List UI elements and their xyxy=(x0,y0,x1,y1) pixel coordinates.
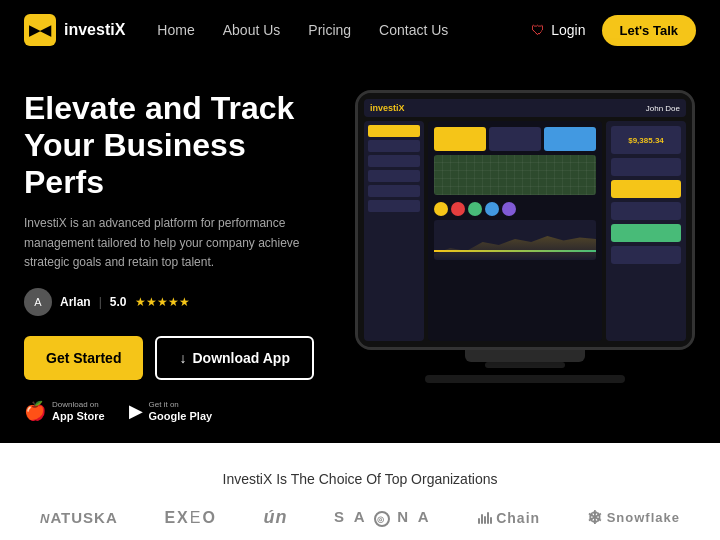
apple-icon: 🍎 xyxy=(24,400,46,422)
tablet-chart xyxy=(434,220,596,260)
nav-about[interactable]: About Us xyxy=(223,22,281,38)
nav-contact[interactable]: Contact Us xyxy=(379,22,448,38)
tablet-map xyxy=(434,155,596,195)
tablet-amount: $9,385.34 xyxy=(628,136,664,145)
rating-score: 5.0 xyxy=(110,295,127,309)
shield-icon: 🛡 xyxy=(531,22,545,38)
tablet-logo: investiX xyxy=(370,103,405,113)
logo-name: investiX xyxy=(64,21,125,39)
brand-exeo: EXEO xyxy=(164,509,216,527)
logo[interactable]: ▶◀ investiX xyxy=(24,14,125,46)
store-links: 🍎 Download on App Store ▶ Get it on Goog… xyxy=(24,400,334,423)
navbar: ▶◀ investiX Home About Us Pricing Contac… xyxy=(0,0,720,60)
app-store-top: Download on xyxy=(52,400,105,410)
tablet-base xyxy=(465,350,585,362)
download-app-button[interactable]: ↓ Download App xyxy=(155,336,313,380)
brand-un: ún xyxy=(263,507,287,528)
nav-right: 🛡 Login Let's Talk xyxy=(531,15,696,46)
avatar: A xyxy=(24,288,52,316)
snowflake-icon: ❄ xyxy=(587,507,603,529)
hero-mockup: investiX John Doe xyxy=(354,90,696,368)
tablet-stand xyxy=(485,362,565,368)
hero-section: Elevate and Track Your Business Perfs In… xyxy=(0,60,720,443)
tablet-pen xyxy=(425,375,625,383)
hero-buttons: Get Started ↓ Download App xyxy=(24,336,334,380)
hero-title: Elevate and Track Your Business Perfs xyxy=(24,90,334,200)
brand-snowflake: ❄ Snowflake xyxy=(587,507,680,529)
tablet-sidebar xyxy=(364,121,424,341)
tablet-main xyxy=(428,121,602,341)
lets-talk-button[interactable]: Let's Talk xyxy=(602,15,696,46)
brand-natuska: NATUSKA xyxy=(40,509,118,526)
play-store-top: Get it on xyxy=(149,400,213,410)
download-icon: ↓ xyxy=(179,350,186,366)
logo-icon: ▶◀ xyxy=(24,14,56,46)
brand-chain: Chain xyxy=(478,510,540,526)
brand-saona: S A ◎ N A xyxy=(334,508,432,528)
login-button[interactable]: 🛡 Login xyxy=(531,22,585,38)
nav-pricing[interactable]: Pricing xyxy=(308,22,351,38)
app-store-link[interactable]: 🍎 Download on App Store xyxy=(24,400,105,423)
hero-content: Elevate and Track Your Business Perfs In… xyxy=(24,90,334,423)
hero-description: InvestiX is an advanced platform for per… xyxy=(24,214,304,272)
app-store-main: App Store xyxy=(52,410,105,423)
tablet-right-panel: $9,385.34 xyxy=(606,121,686,341)
get-started-button[interactable]: Get Started xyxy=(24,336,143,380)
play-icon: ▶ xyxy=(129,400,143,422)
tablet-mockup: investiX John Doe xyxy=(355,90,695,350)
nav-home[interactable]: Home xyxy=(157,22,194,38)
reviewer-row: A Arlan | 5.0 ★★★★★ xyxy=(24,288,334,316)
logos-section: InvestiX Is The Choice Of Top Organizati… xyxy=(0,443,720,540)
play-store-main: Google Play xyxy=(149,410,213,423)
logos-title: InvestiX Is The Choice Of Top Organizati… xyxy=(40,471,680,487)
logos-row: NATUSKA EXEO ún S A ◎ N A Chain ❄ Snowfl… xyxy=(40,507,680,529)
stars: ★★★★★ xyxy=(135,295,190,309)
divider: | xyxy=(99,295,102,309)
nav-links: Home About Us Pricing Contact Us xyxy=(157,22,499,38)
tablet-user: John Doe xyxy=(646,104,680,113)
play-store-link[interactable]: ▶ Get it on Google Play xyxy=(129,400,213,423)
reviewer-name: Arlan xyxy=(60,295,91,309)
download-label: Download App xyxy=(192,350,289,366)
